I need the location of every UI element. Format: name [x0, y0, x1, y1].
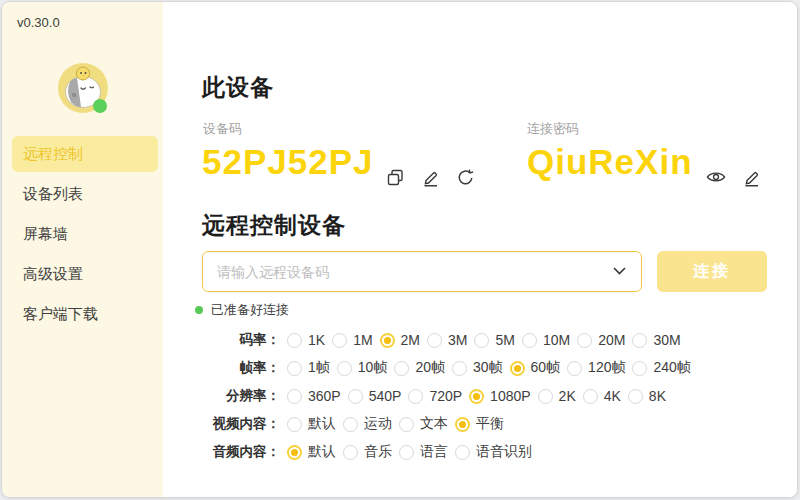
radio-icon[interactable]	[332, 333, 347, 348]
radio-option[interactable]: 音乐	[343, 443, 392, 461]
radio-option[interactable]: 8K	[628, 388, 666, 404]
radio-icon[interactable]	[632, 333, 647, 348]
device-code-label: 设备码	[203, 120, 242, 138]
radio-option[interactable]: 20帧	[394, 359, 445, 377]
sidebar-item-2[interactable]: 设备列表	[12, 176, 158, 212]
radio-option-label: 120帧	[588, 359, 625, 377]
radio-option-label: 2M	[401, 332, 420, 348]
radio-icon[interactable]	[348, 389, 363, 404]
radio-option[interactable]: 文本	[399, 415, 448, 433]
radio-option-label: 1K	[308, 332, 325, 348]
edit-icon[interactable]	[420, 167, 440, 187]
radio-option[interactable]: 240帧	[632, 359, 690, 377]
radio-option[interactable]: 4K	[583, 388, 621, 404]
radio-icon[interactable]	[408, 389, 423, 404]
radio-option[interactable]: 1M	[332, 332, 372, 348]
radio-option[interactable]: 运动	[343, 415, 392, 433]
radio-option[interactable]: 360P	[287, 388, 341, 404]
setting-row: 音频内容：默认音乐语言语音识别	[163, 438, 797, 466]
radio-option-label: 1M	[353, 332, 372, 348]
radio-icon[interactable]	[474, 333, 489, 348]
radio-icon[interactable]	[577, 333, 592, 348]
main-panel: 此设备 设备码 52PJ52PJ	[163, 2, 797, 497]
radio-icon[interactable]	[399, 445, 414, 460]
radio-option[interactable]: 语音识别	[455, 443, 532, 461]
radio-option-label: 平衡	[476, 415, 504, 433]
radio-icon[interactable]	[337, 361, 352, 376]
chevron-down-icon[interactable]	[613, 267, 626, 275]
app-window: v0.30.0 远程控制设备列表屏幕墙高级设置客户端下载	[1, 1, 798, 498]
radio-option[interactable]: 30帧	[452, 359, 503, 377]
radio-option-label: 音乐	[364, 443, 392, 461]
radio-option[interactable]: 60帧	[510, 359, 561, 377]
radio-selected-icon[interactable]	[380, 333, 395, 348]
radio-icon[interactable]	[343, 417, 358, 432]
radio-option[interactable]: 默认	[287, 443, 336, 461]
remote-device-code-input[interactable]	[217, 253, 597, 290]
radio-option[interactable]: 2K	[538, 388, 576, 404]
eye-icon[interactable]	[706, 167, 726, 187]
radio-icon[interactable]	[538, 389, 553, 404]
radio-option[interactable]: 1K	[287, 332, 325, 348]
radio-option[interactable]: 30M	[632, 332, 680, 348]
radio-selected-icon[interactable]	[455, 417, 470, 432]
radio-option[interactable]: 语言	[399, 443, 448, 461]
setting-row: 分辨率：360P540P720P1080P2K4K8K	[163, 382, 797, 410]
radio-icon[interactable]	[287, 389, 302, 404]
radio-selected-icon[interactable]	[510, 361, 525, 376]
radio-option-label: 540P	[369, 388, 402, 404]
setting-row-label: 分辨率：	[163, 387, 280, 405]
radio-icon[interactable]	[343, 445, 358, 460]
radio-option[interactable]: 默认	[287, 415, 336, 433]
sidebar-item-4[interactable]: 高级设置	[12, 256, 158, 292]
radio-icon[interactable]	[427, 333, 442, 348]
radio-option[interactable]: 10M	[522, 332, 570, 348]
radio-option[interactable]: 1080P	[469, 388, 530, 404]
radio-icon[interactable]	[522, 333, 537, 348]
radio-icon[interactable]	[287, 333, 302, 348]
radio-option[interactable]: 1帧	[287, 359, 330, 377]
radio-option[interactable]: 10帧	[337, 359, 388, 377]
radio-option-label: 1帧	[308, 359, 330, 377]
radio-option[interactable]: 2M	[380, 332, 420, 348]
radio-option[interactable]: 20M	[577, 332, 625, 348]
radio-icon[interactable]	[399, 417, 414, 432]
radio-option-label: 240帧	[653, 359, 690, 377]
refresh-icon[interactable]	[455, 167, 475, 187]
avatar[interactable]	[57, 62, 109, 114]
setting-row-label: 视频内容：	[163, 415, 280, 433]
radio-option[interactable]: 120帧	[567, 359, 625, 377]
device-code-value: 52PJ52PJ	[202, 142, 373, 182]
radio-option-label: 360P	[308, 388, 341, 404]
copy-icon[interactable]	[385, 167, 405, 187]
sidebar-item-5[interactable]: 客户端下载	[12, 296, 158, 332]
edit-icon[interactable]	[741, 167, 761, 187]
radio-icon[interactable]	[287, 417, 302, 432]
radio-option-label: 30M	[653, 332, 680, 348]
radio-icon[interactable]	[452, 361, 467, 376]
device-code-actions	[385, 167, 475, 187]
radio-icon[interactable]	[455, 445, 470, 460]
radio-option[interactable]: 5M	[474, 332, 514, 348]
radio-option-label: 默认	[308, 415, 336, 433]
radio-icon[interactable]	[632, 361, 647, 376]
radio-option[interactable]: 720P	[408, 388, 462, 404]
radio-selected-icon[interactable]	[469, 389, 484, 404]
radio-icon[interactable]	[628, 389, 643, 404]
app-version: v0.30.0	[17, 15, 60, 30]
radio-selected-icon[interactable]	[287, 445, 302, 460]
radio-option[interactable]: 平衡	[455, 415, 504, 433]
connect-button[interactable]: 连接	[657, 251, 767, 292]
section-title-remote-control: 远程控制设备	[202, 210, 346, 241]
radio-icon[interactable]	[583, 389, 598, 404]
sidebar-item-3[interactable]: 屏幕墙	[12, 216, 158, 252]
radio-option-label: 60帧	[531, 359, 561, 377]
radio-icon[interactable]	[394, 361, 409, 376]
password-value: QiuReXin	[527, 142, 693, 182]
radio-icon[interactable]	[567, 361, 582, 376]
radio-icon[interactable]	[287, 361, 302, 376]
radio-option[interactable]: 3M	[427, 332, 467, 348]
sidebar-item-1[interactable]: 远程控制	[12, 136, 158, 172]
radio-option-label: 720P	[429, 388, 462, 404]
radio-option[interactable]: 540P	[348, 388, 402, 404]
